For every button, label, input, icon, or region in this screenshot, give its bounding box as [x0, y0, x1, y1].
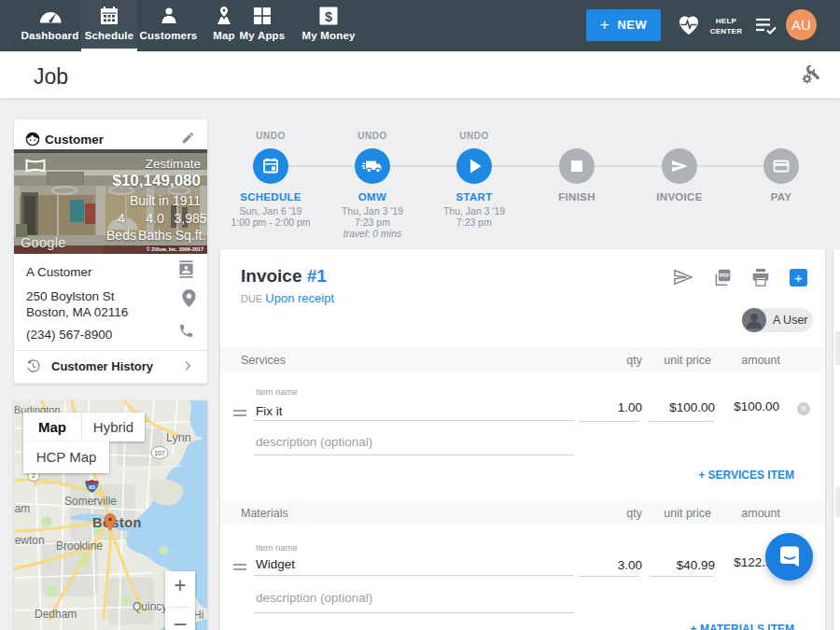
svg-text:93: 93 [89, 483, 95, 490]
svg-text:PDF: PDF [720, 273, 731, 278]
svg-text:$: $ [325, 9, 332, 24]
svg-text:107: 107 [154, 450, 165, 456]
svg-text:2: 2 [32, 472, 35, 479]
